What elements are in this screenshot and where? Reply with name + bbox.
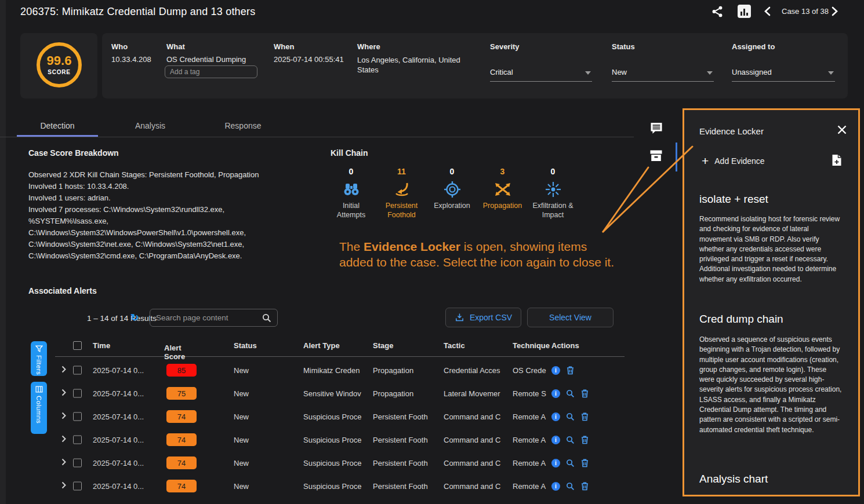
assigned-dropdown[interactable]: Unassigned [732,67,835,82]
filters-button[interactable]: Filters [31,341,47,376]
search-action-icon[interactable] [566,482,575,491]
row-checkbox[interactable] [73,366,82,375]
row-actions: i [551,435,589,444]
evidence-item-title[interactable]: Cred dump chain [699,313,783,326]
delete-icon[interactable] [580,435,589,444]
search-action-icon[interactable] [566,389,575,398]
chart-icon[interactable] [738,5,751,18]
search-box[interactable] [150,309,278,327]
info-icon[interactable]: i [551,459,560,468]
row-checkbox[interactable] [73,459,82,468]
case-detail-page: 206375: Mimikatz Credential Dump and 13 … [0,0,864,504]
expand-chevron-icon[interactable] [61,366,66,375]
col-header-tactic[interactable]: Tactic [444,341,465,350]
expand-chevron-icon[interactable] [61,458,66,468]
info-icon[interactable]: i [551,436,560,444]
cell-technique: Remote A [513,482,547,491]
table-row[interactable]: 2025-07-14 0... 85 New Mimikatz Creden P… [55,359,625,382]
search-action-icon[interactable] [566,459,575,468]
col-header-time[interactable]: Time [93,341,110,350]
impact-burst-icon [544,180,562,199]
search-action-icon[interactable] [566,412,575,421]
row-checkbox[interactable] [73,482,82,491]
stage-exfiltration-impact[interactable]: 0 Exfiltration &Impact [528,167,578,220]
table-row[interactable]: 2025-07-14 0... 74 New Suspicious Proce … [55,405,625,428]
delete-icon[interactable] [580,412,589,421]
tab-analysis[interactable]: Analysis [110,115,191,137]
expand-chevron-icon[interactable] [61,412,66,421]
cell-time: 2025-07-14 0... [93,436,144,444]
breakdown-line: %SYSTEM%\lsass.exe, [28,216,301,227]
status-value: New [612,68,627,76]
close-icon[interactable] [837,125,847,137]
row-checkbox[interactable] [73,412,82,421]
delete-icon[interactable] [580,389,589,398]
case-prev-chevron-icon[interactable] [764,6,771,17]
stage-initial-attempts[interactable]: 0 InitialAttempts [326,167,376,220]
severity-dropdown[interactable]: Critical [490,67,592,82]
add-evidence-button[interactable]: + Add Evidence [702,155,765,167]
breakdown-line: C:\Windows\System32\cmd.exe, C:\ProgramD… [28,250,301,262]
col-header-stage[interactable]: Stage [373,341,393,350]
add-tag-input[interactable] [165,65,257,78]
table-row[interactable]: 2025-07-14 0... 74 New Suspicious Proce … [55,428,625,451]
tab-response[interactable]: Response [202,115,284,137]
delete-icon[interactable] [580,458,589,468]
cell-stage: Persistent Footh [373,436,438,444]
info-icon[interactable]: i [551,366,560,375]
select-all-checkbox[interactable] [73,341,82,350]
evidence-item-title[interactable]: Analysis chart [699,473,768,485]
info-icon[interactable]: i [551,482,560,491]
stage-persistent-foothold[interactable]: 11 PersistentFoothold [376,167,427,220]
chevron-down-icon [707,71,713,75]
kill-chain-title: Kill Chain [331,148,368,158]
export-csv-button[interactable]: Export CSV [445,308,521,327]
add-document-icon[interactable] [832,154,842,169]
share-icon[interactable] [711,5,724,19]
left-edge-strip [0,0,6,504]
tab-detection[interactable]: Detection [17,115,98,137]
table-row[interactable]: 2025-07-14 0... 74 New Suspicious Proce … [55,474,625,498]
row-actions: i [551,412,589,421]
expand-chevron-icon[interactable] [61,389,66,398]
comments-icon[interactable] [649,121,663,137]
evidence-locker-icon[interactable] [649,148,663,166]
select-view-button[interactable]: Select View [527,308,613,327]
col-header-technique[interactable]: Technique [513,341,551,350]
table-row[interactable]: 2025-07-14 0... 75 New Sensitive Windov … [55,382,625,405]
info-icon[interactable]: i [551,389,560,398]
chevron-down-icon [828,71,834,75]
search-action-icon[interactable] [566,436,575,444]
case-score-breakdown-title: Case Score Breakdown [28,148,119,158]
delete-icon[interactable] [566,366,575,375]
binoculars-icon [343,180,360,199]
row-actions: i [551,481,589,491]
row-actions: i [551,366,575,375]
expand-chevron-icon[interactable] [61,481,66,491]
cell-stage: Propagation [373,389,438,398]
table-row[interactable]: 2025-07-14 0... 74 New Suspicious Proce … [55,451,625,474]
col-header-status[interactable]: Status [234,341,257,350]
expand-chevron-icon[interactable] [61,435,66,444]
status-dropdown[interactable]: New [612,67,714,82]
stage-label: Propagation [483,201,522,210]
cell-status: New [234,459,249,468]
stage-exploration[interactable]: 0 Exploration [427,167,477,220]
search-input[interactable] [156,309,257,326]
where-value: Los Angeles, California, United States [357,55,460,75]
stage-propagation[interactable]: 3 Propagation [477,167,528,220]
info-icon[interactable]: i [551,412,560,421]
col-header-alert-type[interactable]: Alert Type [303,341,340,350]
row-checkbox[interactable] [73,389,82,398]
select-view-label: Select View [549,313,591,322]
search-icon [262,313,271,323]
refresh-icon[interactable]: ↻ [130,312,139,324]
columns-button[interactable]: Columns [31,382,47,434]
breakdown-line: Involved 7 processes: C:\Windows\System3… [28,204,301,216]
row-checkbox[interactable] [73,436,82,444]
case-next-chevron-icon[interactable] [832,6,838,17]
sort-desc-icon: ↓ [166,344,170,352]
score-label: SCORE [48,69,71,75]
delete-icon[interactable] [580,481,589,491]
evidence-item-title[interactable]: isolate + reset [699,193,768,206]
